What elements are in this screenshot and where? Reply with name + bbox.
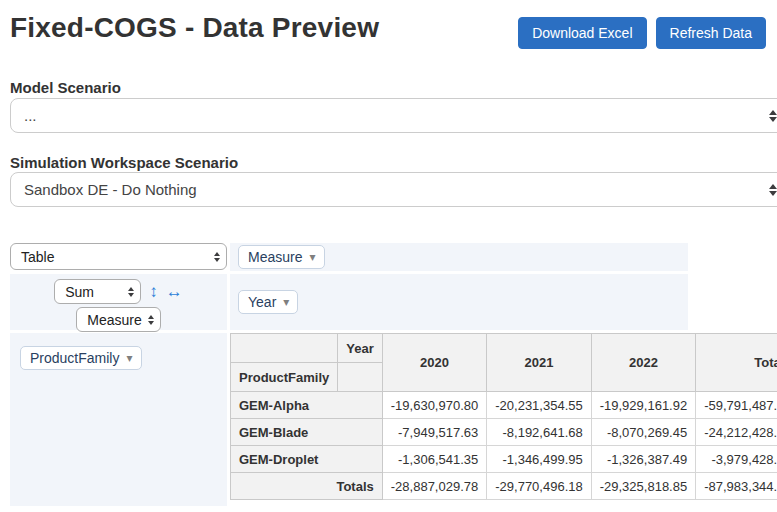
aggregator-arg-value: Measure — [87, 312, 141, 328]
row-total-cell: -59,791,487.27 — [696, 392, 777, 419]
row-label[interactable]: GEM-Droplet — [231, 446, 383, 473]
dropdown-triangle-icon[interactable]: ▾ — [309, 251, 315, 263]
table-row: GEM-Alpha -19,630,970.80 -20,231,354.55 … — [231, 392, 777, 419]
select-stepper-icon — [214, 252, 220, 262]
model-scenario-value: ... — [24, 107, 37, 124]
corner-blank-cell — [231, 334, 338, 363]
pivot-unused-attrs-area: Measure ▾ — [230, 243, 688, 271]
value-cell: -1,346,499.95 — [487, 446, 591, 473]
workspace-scenario-select[interactable]: Sandbox DE - Do Nothing — [10, 172, 777, 207]
table-row: GEM-Blade -7,949,517.63 -8,192,641.68 -8… — [231, 419, 777, 446]
pivot-vals-area: Sum ↕ ↔ Measure — [10, 274, 227, 330]
top-button-group: Download Excel Refresh Data — [518, 17, 766, 49]
col-header-2022[interactable]: 2022 — [591, 334, 695, 392]
pivot-renderer-cell: Table — [10, 243, 227, 271]
workspace-scenario-value: Sandbox DE - Do Nothing — [24, 181, 197, 198]
dropdown-triangle-icon[interactable]: ▾ — [283, 296, 289, 308]
corner-blank-cell — [338, 363, 382, 392]
row-axis-label: ProductFamily — [231, 363, 338, 392]
dropdown-triangle-icon[interactable]: ▾ — [126, 352, 132, 364]
col-header-totals: Totals — [696, 334, 777, 392]
pivot-attr-productfamily-label: ProductFamily — [30, 350, 119, 366]
select-stepper-icon — [148, 315, 154, 325]
pivot-attr-productfamily[interactable]: ProductFamily ▾ — [20, 346, 142, 370]
row-label[interactable]: GEM-Blade — [231, 419, 383, 446]
model-scenario-select[interactable]: ... — [10, 98, 777, 133]
table-row: GEM-Droplet -1,306,541.35 -1,346,499.95 … — [231, 446, 777, 473]
row-total-cell: -3,979,428.78 — [696, 446, 777, 473]
totals-row: Totals -28,887,029.78 -29,770,496.18 -29… — [231, 473, 777, 500]
pivot-col-attrs-area: Year ▾ — [230, 274, 688, 330]
grand-total-cell: -87,983,344.81 — [696, 473, 777, 500]
select-stepper-icon — [128, 287, 134, 297]
move-horizontal-icon[interactable]: ↔ — [166, 283, 183, 300]
renderer-select-value: Table — [21, 249, 54, 265]
pivot-attr-measure[interactable]: Measure ▾ — [238, 245, 325, 269]
move-vertical-icon[interactable]: ↕ — [149, 283, 158, 300]
col-header-2021[interactable]: 2021 — [487, 334, 591, 392]
pivot-ui: Table Measure ▾ Sum ↕ ↔ Measure Year — [10, 243, 688, 506]
pivot-attr-year-label: Year — [248, 294, 276, 310]
row-label[interactable]: GEM-Alpha — [231, 392, 383, 419]
pivot-attr-year[interactable]: Year ▾ — [238, 290, 298, 314]
download-excel-button[interactable]: Download Excel — [518, 17, 646, 49]
aggregator-arg-select[interactable]: Measure — [76, 307, 160, 332]
model-scenario-label: Model Scenario — [10, 79, 121, 96]
select-stepper-icon — [769, 110, 777, 122]
col-axis-label: Year — [338, 334, 382, 363]
refresh-data-button[interactable]: Refresh Data — [656, 17, 766, 49]
totals-row-label: Totals — [231, 473, 383, 500]
value-cell: -7,949,517.63 — [382, 419, 486, 446]
workspace-scenario-label: Simulation Workspace Scenario — [10, 154, 238, 171]
value-cell: -8,070,269.45 — [591, 419, 695, 446]
value-cell: -20,231,354.55 — [487, 392, 591, 419]
aggregator-select-value: Sum — [65, 284, 94, 300]
pivot-table: Year 2020 2021 2022 Totals ProductFamily… — [230, 333, 777, 500]
col-header-2020[interactable]: 2020 — [382, 334, 486, 392]
renderer-select[interactable]: Table — [10, 243, 227, 270]
total-cell: -28,887,029.78 — [382, 473, 486, 500]
total-cell: -29,325,818.85 — [591, 473, 695, 500]
pivot-row-attrs-area: ProductFamily ▾ — [10, 333, 227, 506]
row-total-cell: -24,212,428.76 — [696, 419, 777, 446]
value-cell: -19,929,161.92 — [591, 392, 695, 419]
value-cell: -19,630,970.80 — [382, 392, 486, 419]
pivot-output-area: Year 2020 2021 2022 Totals ProductFamily… — [230, 333, 688, 506]
value-cell: -1,306,541.35 — [382, 446, 486, 473]
value-cell: -1,326,387.49 — [591, 446, 695, 473]
select-stepper-icon — [769, 184, 777, 196]
page-title: Fixed-COGS - Data Preview — [10, 12, 379, 44]
pivot-attr-measure-label: Measure — [248, 249, 302, 265]
total-cell: -29,770,496.18 — [487, 473, 591, 500]
aggregator-select[interactable]: Sum — [54, 279, 141, 304]
value-cell: -8,192,641.68 — [487, 419, 591, 446]
